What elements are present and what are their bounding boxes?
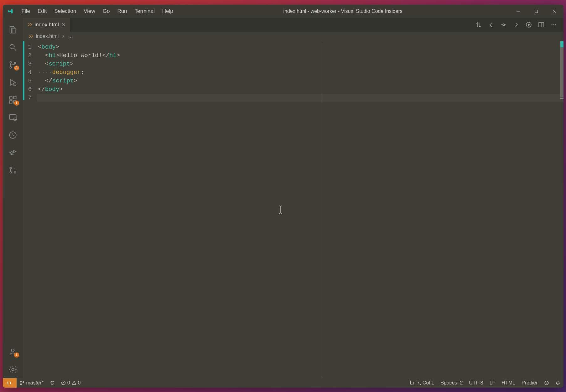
line-numbers: 1 2 3 4 5 6 7	[24, 41, 37, 378]
menu-bar: File Edit Selection View Go Run Terminal…	[18, 5, 177, 18]
menu-file[interactable]: File	[18, 5, 34, 18]
problems-button[interactable]: 0 0	[58, 378, 84, 388]
svg-point-28	[545, 381, 548, 385]
html-file-icon	[29, 34, 34, 39]
close-button[interactable]	[545, 5, 563, 18]
remote-indicator[interactable]	[3, 378, 17, 388]
vscode-logo-icon	[3, 8, 18, 14]
svg-point-5	[13, 83, 16, 86]
breadcrumb[interactable]: index.html …	[23, 32, 563, 41]
menu-view[interactable]: View	[80, 5, 99, 18]
extensions-button[interactable]: 1	[3, 91, 23, 109]
svg-rect-6	[9, 97, 12, 99]
svg-point-3	[10, 66, 11, 68]
svg-point-21	[551, 24, 552, 25]
window-controls	[509, 5, 563, 18]
svg-point-14	[10, 171, 11, 173]
svg-point-16	[11, 349, 14, 352]
minimize-button[interactable]	[509, 5, 527, 18]
menu-run[interactable]: Run	[113, 5, 131, 18]
tab-label: index.html	[35, 22, 59, 28]
pull-requests-button[interactable]	[3, 161, 23, 179]
activity-bar: 8 1 1	[3, 18, 23, 378]
go-forward-icon[interactable]	[511, 20, 521, 29]
cursor-position[interactable]: Ln 7, Col 1	[407, 378, 437, 388]
search-button[interactable]	[3, 39, 23, 56]
eol[interactable]: LF	[486, 378, 499, 388]
svg-rect-0	[535, 10, 537, 13]
svg-rect-10	[9, 114, 16, 119]
language-mode[interactable]: HTML	[498, 378, 518, 388]
extensions-badge: 1	[14, 101, 19, 106]
branch-name: master*	[26, 380, 44, 386]
tab-bar: index.html	[23, 18, 563, 32]
remote-explorer-button[interactable]	[3, 109, 23, 126]
run-icon[interactable]	[524, 20, 533, 29]
indentation[interactable]: Spaces: 2	[437, 378, 466, 388]
compare-changes-icon[interactable]	[474, 20, 483, 29]
feedback-icon[interactable]	[541, 378, 552, 388]
svg-point-2	[10, 61, 11, 63]
git-branch[interactable]: master*	[17, 378, 47, 388]
tab-close-icon[interactable]	[61, 23, 66, 27]
accounts-button[interactable]: 1	[3, 343, 23, 361]
notifications-icon[interactable]	[552, 378, 563, 388]
tab-index-html[interactable]: index.html	[23, 18, 70, 32]
svg-point-4	[14, 62, 16, 64]
minimap-overview-marker	[560, 98, 563, 99]
editor-actions	[474, 18, 563, 32]
scm-badge: 8	[14, 65, 19, 71]
go-back-icon[interactable]	[486, 20, 496, 29]
settings-button[interactable]	[3, 361, 23, 378]
menu-edit[interactable]: Edit	[34, 5, 50, 18]
svg-point-1	[10, 44, 14, 49]
menu-selection[interactable]: Selection	[50, 5, 80, 18]
breadcrumb-file: index.html	[36, 34, 59, 39]
encoding[interactable]: UTF-8	[466, 378, 486, 388]
menu-go[interactable]: Go	[99, 5, 114, 18]
svg-point-22	[553, 24, 554, 25]
prettier-status[interactable]: Prettier	[518, 378, 541, 388]
menu-help[interactable]: Help	[158, 5, 177, 18]
ruler-line	[323, 41, 323, 378]
minimap-change-marker	[560, 41, 563, 47]
svg-rect-7	[9, 101, 12, 103]
svg-rect-9	[13, 96, 16, 99]
svg-point-23	[555, 24, 556, 25]
code-editor[interactable]: 1 2 3 4 5 6 7 <body> <h1>Hello world!</h…	[23, 41, 563, 378]
minimap-scrollbar[interactable]	[560, 41, 563, 97]
app-window: File Edit Selection View Go Run Terminal…	[3, 5, 563, 388]
liveshare-button[interactable]	[3, 144, 23, 161]
editor-area: index.html	[23, 18, 563, 378]
svg-point-25	[20, 384, 22, 385]
commit-icon[interactable]	[499, 20, 508, 29]
split-editor-icon[interactable]	[537, 20, 546, 29]
svg-point-17	[12, 368, 14, 370]
sync-button[interactable]	[47, 378, 58, 388]
run-debug-button[interactable]	[3, 74, 23, 91]
svg-point-24	[20, 381, 22, 382]
breadcrumb-more: …	[68, 34, 73, 39]
svg-point-13	[10, 167, 11, 169]
html-file-icon	[27, 22, 32, 27]
svg-point-15	[14, 171, 16, 173]
text-cursor-ibeam-icon	[278, 205, 283, 214]
accounts-badge: 1	[14, 353, 19, 358]
more-actions-icon[interactable]	[549, 20, 558, 29]
source-control-button[interactable]: 8	[3, 56, 23, 74]
chevron-right-icon	[61, 34, 65, 39]
timeline-button[interactable]	[3, 126, 23, 144]
code-content[interactable]: <body> <h1>Hello world!</h1> <script> ··…	[37, 41, 563, 378]
titlebar: File Edit Selection View Go Run Terminal…	[3, 5, 563, 18]
error-count: 0	[67, 380, 70, 386]
maximize-button[interactable]	[527, 5, 545, 18]
status-bar: master* 0 0 Ln 7, Col 1 Spaces: 2 UTF-8 …	[3, 378, 563, 388]
main-area: 8 1 1	[3, 18, 563, 378]
svg-point-18	[503, 24, 505, 26]
window-title: index.html - web-worker - Visual Studio …	[177, 8, 509, 14]
warning-count: 0	[78, 380, 81, 386]
menu-terminal[interactable]: Terminal	[131, 5, 158, 18]
explorer-button[interactable]	[3, 21, 23, 39]
